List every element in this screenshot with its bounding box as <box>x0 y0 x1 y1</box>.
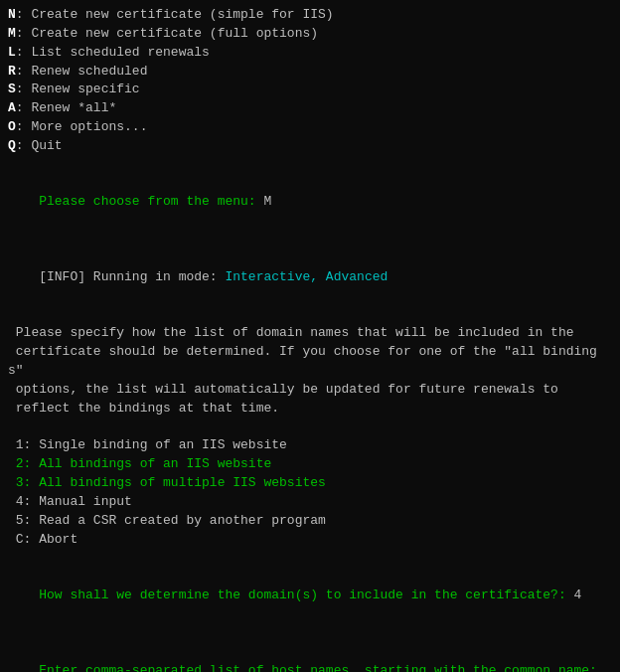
blank-4 <box>8 419 612 437</box>
desc-3: options, the list will automatically be … <box>8 381 612 400</box>
blank-2 <box>8 231 612 250</box>
blank-5 <box>8 549 612 568</box>
opt-4: 4: Manual input <box>8 493 612 512</box>
menu-m-line: M: Create new certificate (full options) <box>8 25 612 44</box>
menu-o-line: O: More options... <box>8 118 612 137</box>
how-domain-line: How shall we determine the domain(s) to … <box>8 568 612 624</box>
opt-1: 1: Single binding of an IIS website <box>8 436 612 455</box>
blank-6 <box>8 624 612 643</box>
opt-2: 2: All bindings of an IIS website <box>8 455 612 474</box>
menu-q-line: Q: Quit <box>8 137 612 156</box>
opt-c: C: Abort <box>8 531 612 550</box>
enter-hostname-line: Enter comma-separated list of host names… <box>8 643 612 672</box>
opt-5: 5: Read a CSR created by another program <box>8 512 612 531</box>
choose-menu-line: Please choose from the menu: M <box>8 175 612 232</box>
menu-n-line: N: Create new certificate (simple for II… <box>8 6 612 25</box>
info-mode-line: [INFO] Running in mode: Interactive, Adv… <box>8 250 612 306</box>
menu-a-line: A: Renew *all* <box>8 99 612 118</box>
menu-s-line: S: Renew specific <box>8 81 612 99</box>
desc-2: certificate should be determined. If you… <box>8 343 612 381</box>
opt-3: 3: All bindings of multiple IIS websites <box>8 474 612 493</box>
menu-r-line: R: Renew scheduled <box>8 63 612 82</box>
terminal-window: N: Create new certificate (simple for II… <box>8 6 612 672</box>
desc-1: Please specify how the list of domain na… <box>8 324 612 343</box>
blank-1 <box>8 156 612 175</box>
blank-3 <box>8 306 612 325</box>
menu-l-line: L: List scheduled renewals <box>8 44 612 63</box>
desc-4: reflect the bindings at that time. <box>8 400 612 419</box>
